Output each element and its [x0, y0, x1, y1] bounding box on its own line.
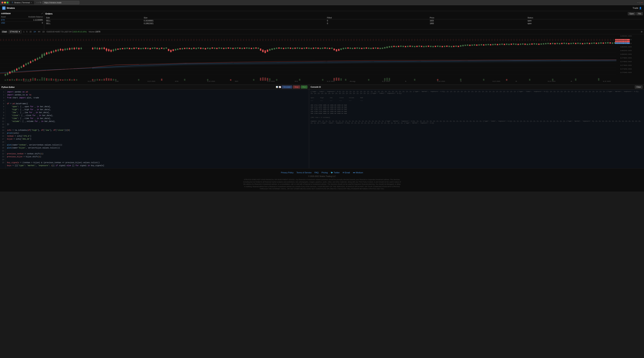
svg-rect-296	[556, 43, 558, 44]
svg-text:12:00: 12:00	[88, 81, 96, 82]
svg-rect-202	[340, 48, 342, 50]
svg-rect-126	[166, 47, 167, 49]
chart-container[interactable]: 12:00 27 12:00 28 12:00 29 12:00 30 12:0…	[0, 34, 644, 83]
trade-button[interactable]: Trade 👤	[632, 7, 642, 10]
svg-rect-357	[99, 79, 100, 81]
svg-rect-344	[55, 79, 57, 81]
clear-console-btn[interactable]: Clear	[635, 86, 642, 89]
svg-rect-236	[418, 46, 420, 47]
browser-close[interactable]: ×	[642, 2, 642, 4]
svg-rect-269	[494, 44, 496, 45]
svg-rect-218	[377, 48, 379, 49]
svg-rect-109	[126, 48, 128, 49]
svg-rect-142	[202, 48, 204, 49]
email-link[interactable]: ✉ Email	[342, 171, 350, 174]
coinbase-expand-icon[interactable]: ⤢	[41, 12, 43, 15]
close-icon[interactable]	[2, 2, 3, 4]
tab-title: Stratos | Terminal	[14, 2, 30, 4]
svg-rect-367	[184, 79, 186, 81]
fills-btn[interactable]: Fills	[636, 12, 643, 15]
svg-rect-271	[499, 44, 501, 45]
faq-link[interactable]: FAQ	[314, 171, 318, 174]
svg-rect-213	[366, 47, 367, 49]
svg-rect-372	[262, 77, 264, 81]
svg-text:1840.00: 1840.00	[620, 46, 632, 48]
svg-rect-191	[315, 47, 317, 49]
svg-rect-318	[607, 42, 609, 44]
svg-text:12:00: 12:00	[492, 81, 500, 82]
simulate-btn[interactable]: Simulate	[282, 86, 292, 89]
tf-1d[interactable]: 1D	[42, 31, 46, 33]
chart-pair-selector[interactable]: ETH/USD ▼	[8, 30, 22, 33]
browser-restore[interactable]: □	[640, 2, 641, 4]
medium-link[interactable]: ●● Medium	[353, 171, 363, 174]
tf-1h[interactable]: 1H	[33, 31, 36, 33]
svg-rect-194	[322, 48, 324, 49]
editor-body[interactable]: 1234567891011121314151617181920212223242…	[0, 90, 309, 168]
svg-rect-376	[276, 79, 278, 81]
code-content[interactable]: import pandas as pd import pandas_ta as …	[6, 90, 309, 168]
chart-toolbar: Chart ETH/USD ▼ 1 5 15 1H 4H 1D O1633.83…	[0, 30, 644, 34]
browser-minimize[interactable]: ─	[637, 2, 639, 4]
svg-rect-149	[218, 47, 220, 49]
run-btn[interactable]: Run	[301, 86, 308, 89]
refresh-icon[interactable]: ↻	[40, 1, 42, 4]
maximize-icon[interactable]	[6, 2, 8, 4]
tf-15m[interactable]: 15	[29, 31, 32, 33]
size-col: Size	[143, 17, 326, 19]
svg-rect-389	[437, 79, 438, 81]
browser-nav[interactable]: ‹ › ↻	[36, 1, 42, 4]
console-output[interactable]: {'type': 'limit', 'exposure': 0.1}, {1, …	[309, 90, 644, 168]
svg-rect-242	[432, 46, 434, 47]
svg-rect-135	[186, 48, 188, 49]
app-name: Stratos	[6, 7, 15, 10]
status-col: Status	[527, 17, 643, 19]
minimize-icon[interactable]	[4, 2, 6, 4]
svg-rect-150	[221, 48, 222, 49]
svg-rect-352	[74, 79, 75, 81]
browser-tab[interactable]: S Stratos | Terminal ×	[10, 1, 34, 5]
svg-rect-366	[161, 79, 162, 81]
svg-rect-278	[515, 44, 517, 45]
svg-rect-176	[280, 48, 282, 49]
svg-text:1820.00: 1820.00	[620, 50, 632, 51]
svg-rect-371	[260, 78, 262, 81]
svg-rect-107	[122, 48, 124, 49]
svg-rect-266	[488, 44, 489, 45]
svg-rect-110	[129, 48, 130, 49]
tf-1m[interactable]: 1	[23, 31, 25, 33]
svg-rect-174	[276, 48, 278, 49]
svg-rect-245	[440, 46, 441, 47]
svg-rect-330	[23, 79, 24, 81]
twitter-link[interactable]: 🐦 Twitter	[331, 171, 340, 174]
chart-settings-icon[interactable]: ⚙	[641, 31, 642, 33]
preview-icon[interactable]: 📊	[276, 86, 278, 88]
svg-rect-141	[200, 48, 202, 49]
stop-btn[interactable]: Stop	[293, 86, 300, 89]
svg-rect-108	[124, 48, 126, 49]
svg-rect-349	[67, 79, 68, 81]
chart-toggle-icon[interactable]: 📈	[279, 86, 281, 88]
back-icon[interactable]: ‹	[36, 1, 37, 4]
svg-rect-381	[338, 78, 340, 81]
svg-rect-337	[39, 79, 41, 81]
top-section: coinbase ⤢ Asset Available Balance ETH 1…	[0, 11, 644, 30]
terms-of-service-link[interactable]: Terms of Service	[296, 171, 312, 174]
tf-5m[interactable]: 5	[26, 31, 28, 33]
order-size-2: 0.19921921	[143, 22, 326, 25]
tf-4h[interactable]: 4H	[37, 31, 41, 33]
svg-rect-201	[338, 49, 340, 51]
open-orders-btn[interactable]: Open	[628, 12, 636, 15]
console-table: openhighlowclosevolumeNaN ..............…	[310, 97, 642, 124]
svg-rect-313	[596, 43, 597, 44]
url-bar[interactable]: https://stratos.trade	[42, 1, 79, 4]
chart-tab[interactable]: Chart	[2, 31, 7, 33]
pricing-link[interactable]: Pricing	[322, 171, 328, 174]
svg-rect-163	[251, 48, 252, 49]
svg-rect-183	[297, 47, 298, 49]
privacy-policy-link[interactable]: Privacy Policy	[281, 171, 294, 174]
svg-rect-122	[156, 48, 158, 49]
forward-icon[interactable]: ›	[38, 1, 39, 4]
svg-rect-162	[248, 48, 250, 49]
svg-rect-221	[384, 47, 386, 49]
